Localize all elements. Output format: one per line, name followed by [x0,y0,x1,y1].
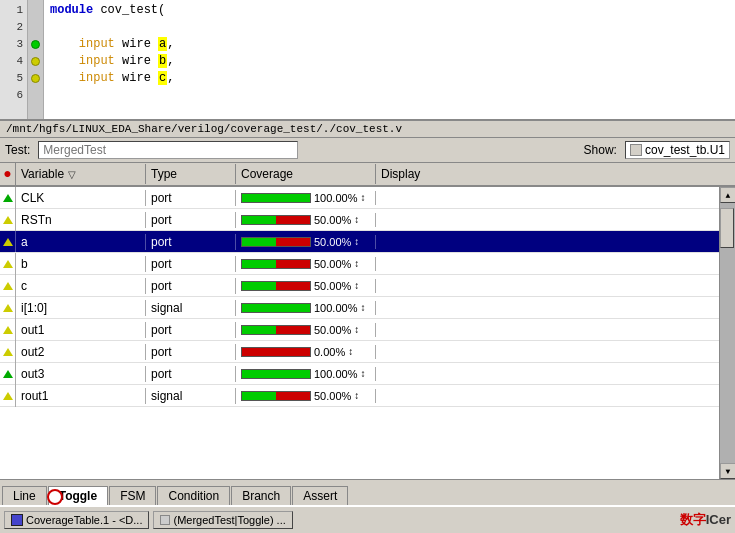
row-variable: out2 [16,344,146,360]
watermark: 数字ICer [680,511,731,529]
table-row[interactable]: b port 50.00% ↕ [0,253,719,275]
test-label: Test: [5,143,30,157]
row-variable: rout1 [16,388,146,404]
coverage-arrows: ↕ [354,280,359,291]
table-body: CLK port 100.00% ↕ RSTn port [0,187,719,479]
row-marker-triangle [3,260,13,268]
table-row[interactable]: out2 port 0.00% ↕ [0,341,719,363]
file-path-bar: /mnt/hgfs/LINUX_EDA_Share/verilog/covera… [0,120,735,138]
table-row[interactable]: rout1 signal 50.00% ↕ [0,385,719,407]
coverage-text: 100.00% [314,192,357,204]
coverage-text: 50.00% [314,236,351,248]
table-row[interactable]: out1 port 50.00% ↕ [0,319,719,341]
scroll-up-btn[interactable]: ▲ [720,187,735,203]
row-variable: c [16,278,146,294]
coverage-text: 100.00% [314,302,357,314]
row-display [376,241,719,243]
coverage-bar [241,369,311,379]
row-marker [0,209,16,231]
coverage-text: 50.00% [314,214,351,226]
scroll-down-btn[interactable]: ▼ [720,463,735,479]
code-content: module cov_test( input wire a, input wir… [44,0,735,119]
row-type: port [146,344,236,360]
table-row[interactable]: RSTn port 50.00% ↕ [0,209,719,231]
bar-red [276,238,310,246]
header-coverage[interactable]: Coverage [236,164,376,184]
bar-green [242,304,310,312]
row-type: signal [146,300,236,316]
row-display [376,307,719,309]
scroll-thumb[interactable] [720,208,734,248]
tab-circle [47,489,63,505]
row-type: port [146,322,236,338]
table-row[interactable]: a port 50.00% ↕ [0,231,719,253]
table-row[interactable]: c port 50.00% ↕ [0,275,719,297]
row-marker-triangle [3,282,13,290]
row-coverage: 50.00% ↕ [236,235,376,249]
table-row[interactable]: CLK port 100.00% ↕ [0,187,719,209]
bar-red [276,260,310,268]
row-marker [0,363,16,385]
row-marker [0,253,16,275]
row-variable: CLK [16,190,146,206]
coverage-bar [241,391,311,401]
row-marker-triangle [3,326,13,334]
bar-red [276,326,310,334]
row-coverage: 50.00% ↕ [236,323,376,337]
header-marker: ● [0,163,16,185]
tab-fsm[interactable]: FSM [109,486,156,505]
bar-red [276,282,310,290]
row-display [376,351,719,353]
row-type: port [146,256,236,272]
bar-green [242,238,276,246]
row-marker-triangle [3,194,13,202]
show-value-box: cov_test_tb.U1 [625,141,730,159]
show-icon [630,144,642,156]
vertical-scrollbar[interactable]: ▲ ▼ [719,187,735,479]
show-value-text: cov_test_tb.U1 [645,143,725,157]
row-coverage: 50.00% ↕ [236,213,376,227]
code-editor: 1 2 3 4 5 6 module cov_test( input wire … [0,0,735,120]
taskbar-btn-1[interactable]: CoverageTable.1 - <D... [4,511,149,529]
row-marker [0,341,16,363]
coverage-bar [241,259,311,269]
tab-branch[interactable]: Branch [231,486,291,505]
row-type: port [146,366,236,382]
header-type[interactable]: Type [146,164,236,184]
line-numbers: 1 2 3 4 5 6 [0,0,28,119]
row-type: port [146,212,236,228]
coverage-text: 50.00% [314,390,351,402]
test-input[interactable] [38,141,298,159]
tab-toggle[interactable]: Toggle [48,486,108,505]
coverage-text: 0.00% [314,346,345,358]
tab-assert[interactable]: Assert [292,486,348,505]
coverage-bar [241,193,311,203]
coverage-arrows: ↕ [360,192,365,203]
coverage-bar [241,347,311,357]
bar-green [242,260,276,268]
bar-green [242,216,276,224]
row-variable: out3 [16,366,146,382]
row-marker [0,275,16,297]
taskbar-icon-1 [11,514,23,526]
coverage-table: ● Variable ▽ Type Coverage Display CLK p… [0,163,735,479]
row-coverage: 100.00% ↕ [236,301,376,315]
table-body-container: CLK port 100.00% ↕ RSTn port [0,187,735,479]
table-row[interactable]: i[1:0] signal 100.00% ↕ [0,297,719,319]
header-variable[interactable]: Variable ▽ [16,164,146,184]
row-type: port [146,190,236,206]
row-variable: RSTn [16,212,146,228]
tab-condition[interactable]: Condition [157,486,230,505]
sort-arrow-variable: ▽ [68,169,76,180]
file-path-text: /mnt/hgfs/LINUX_EDA_Share/verilog/covera… [6,123,402,135]
scroll-track[interactable] [720,203,735,463]
row-type: signal [146,388,236,404]
coverage-text: 50.00% [314,280,351,292]
row-type: port [146,278,236,294]
tab-line[interactable]: Line [2,486,47,505]
coverage-bar [241,237,311,247]
show-label: Show: [584,143,617,157]
table-row[interactable]: out3 port 100.00% ↕ [0,363,719,385]
header-display[interactable]: Display [376,164,719,184]
taskbar-btn-2[interactable]: (MergedTest|Toggle) ... [153,511,292,529]
